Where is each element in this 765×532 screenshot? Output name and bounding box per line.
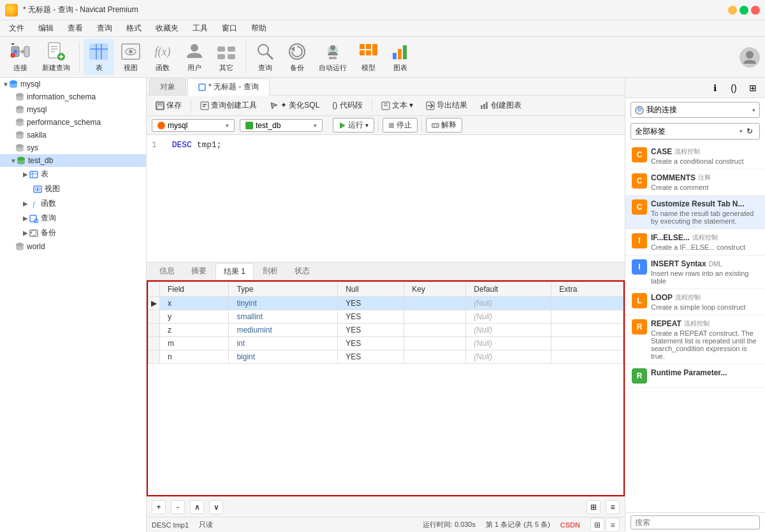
sidebar-item-information-schema[interactable]: information_schema — [0, 90, 146, 103]
toolbar-backup[interactable]: 备份 — [282, 39, 312, 75]
beautify-sql-button[interactable]: ✦ 美化SQL — [266, 99, 323, 112]
snippet-loop[interactable]: L LOOP 流程控制 Create a simple loop constru… — [625, 289, 765, 315]
explain-button[interactable]: 解释 — [426, 118, 462, 133]
menu-help[interactable]: 帮助 — [245, 22, 273, 35]
table-row[interactable]: n bigint YES (Null) — [149, 350, 623, 364]
table-row[interactable]: y smallint YES (Null) — [149, 310, 623, 324]
toolbar-query[interactable]: 查询 — [250, 39, 280, 75]
close-button[interactable] — [751, 6, 760, 15]
right-panel: ℹ () ⊞ 我的连接 ▾ 全部标签 ▾ ↻ C — [625, 78, 765, 532]
tab-status[interactable]: 状态 — [287, 263, 317, 279]
menu-file[interactable]: 文件 — [3, 22, 31, 35]
toolbar-user[interactable]: 用户 — [179, 39, 210, 75]
table-view-icon[interactable]: ⊞ — [746, 81, 760, 95]
menu-query[interactable]: 查询 — [91, 22, 119, 35]
menu-tools[interactable]: 工具 — [186, 22, 214, 35]
sidebar-world-label: world — [27, 242, 45, 251]
cell-field-4: m — [160, 337, 229, 350]
menu-window[interactable]: 窗口 — [215, 22, 244, 35]
table-row[interactable]: z mediumint YES (Null) — [149, 324, 623, 337]
snippet-button[interactable]: () 代码段 — [328, 99, 366, 112]
sidebar-item-test-backup[interactable]: ▶ 备份 — [0, 226, 146, 240]
table-row[interactable]: ▶ x tinyint YES (Null) — [149, 297, 623, 310]
sidebar-item-test-db[interactable]: ▼ test_db — [0, 154, 146, 167]
search-input[interactable] — [630, 515, 760, 529]
tab-profiling[interactable]: 剖析 — [255, 263, 286, 279]
text-button[interactable]: 文本 ▾ — [377, 99, 417, 112]
sidebar-item-mysql-root[interactable]: ▼ mysql — [0, 78, 146, 90]
status-grid-button[interactable]: ⊞ — [590, 518, 604, 532]
sidebar-item-test-table[interactable]: ▶ 表 — [0, 167, 146, 182]
stop-button[interactable]: 停止 — [382, 118, 418, 133]
auto-run-icon — [323, 41, 343, 62]
menu-edit[interactable]: 编辑 — [32, 22, 60, 35]
sidebar-item-world[interactable]: world — [0, 240, 146, 253]
svg-rect-64 — [201, 102, 208, 110]
svg-line-56 — [38, 222, 38, 223]
toolbar-chart[interactable]: 图表 — [385, 39, 416, 75]
delete-row-button[interactable]: - — [171, 500, 185, 514]
tab-info[interactable]: 信息 — [152, 263, 182, 279]
table-selector[interactable]: test_db ▾ — [240, 119, 323, 132]
svg-rect-31 — [329, 57, 337, 59]
sidebar-item-performance-schema[interactable]: performance_schema — [0, 116, 146, 129]
snippet-customize[interactable]: C Customize Result Tab N... To name the … — [625, 196, 765, 229]
menu-format[interactable]: 格式 — [120, 22, 148, 35]
db-selector[interactable]: mysql ▾ — [152, 119, 235, 132]
snippet-comments-tag: 注释 — [698, 173, 711, 182]
sidebar-item-test-func[interactable]: ▶ f 函数 — [0, 196, 146, 211]
grid-view-button[interactable]: ⊞ — [586, 500, 601, 514]
snippet-ifelse[interactable]: I IF...ELSE... 流程控制 Create a IF...ELSE..… — [625, 229, 765, 255]
tab-query[interactable]: * 无标题 - 查询 — [187, 78, 270, 96]
all-tags-dropdown[interactable]: 全部标签 ▾ ↻ — [630, 123, 760, 140]
toolbar-other[interactable]: 其它 — [211, 39, 242, 75]
info-icon[interactable]: ℹ — [708, 81, 722, 95]
menu-view[interactable]: 查看 — [61, 22, 89, 35]
down-button[interactable]: ∨ — [209, 500, 223, 514]
up-button[interactable]: ∧ — [190, 500, 204, 514]
refresh-icon[interactable]: ↻ — [744, 126, 755, 137]
snippet-runtime[interactable]: R Runtime Parameter... — [625, 364, 765, 388]
table-row[interactable]: m int YES (Null) — [149, 337, 623, 350]
menu-favorites[interactable]: 收藏夹 — [149, 22, 185, 35]
sidebar-item-mysql-db[interactable]: mysql — [0, 103, 146, 116]
code-icon[interactable]: () — [727, 81, 741, 95]
build-query-button[interactable]: 查询创建工具 — [196, 99, 261, 112]
snippet-comments[interactable]: C COMMENTS 注释 Create a comment — [625, 169, 765, 196]
cell-field-2: y — [160, 310, 229, 324]
add-row-button[interactable]: + — [152, 500, 166, 514]
tab-object[interactable]: 对象 — [149, 78, 186, 95]
snippet-repeat[interactable]: R REPEAT 流程控制 Create a REPEAT construct.… — [625, 315, 765, 364]
create-chart-button[interactable]: 创建图表 — [476, 99, 525, 112]
save-button[interactable]: 保存 — [152, 99, 186, 112]
snippet-insert[interactable]: I INSERT Syntax DML Insert new rows into… — [625, 255, 765, 289]
sql-editor[interactable]: 1 DESC tmp1; — [147, 135, 625, 262]
sidebar-item-sys[interactable]: sys — [0, 141, 146, 154]
result-table: Field Type Null Key Default Extra ▶ x ti — [148, 282, 623, 364]
chart-icon — [390, 41, 411, 62]
tab-result1[interactable]: 结果 1 — [215, 263, 254, 280]
toolbar-auto-run[interactable]: 自动运行 — [314, 39, 352, 75]
maximize-button[interactable] — [740, 6, 748, 15]
tab-summary[interactable]: 摘要 — [184, 263, 214, 279]
snippet-customize-icon: C — [632, 199, 647, 215]
my-connection-dropdown[interactable]: 我的连接 ▾ — [630, 102, 760, 118]
toolbar-new-query[interactable]: 新建查询 — [37, 39, 75, 75]
cell-default-4: (Null) — [466, 337, 551, 350]
toolbar-table[interactable]: 表 — [84, 39, 114, 75]
toolbar-model[interactable]: 模型 — [353, 39, 384, 75]
sidebar-test-view-label: 视图 — [45, 183, 60, 194]
sidebar-item-test-query[interactable]: ▶ 查询 — [0, 211, 146, 226]
minimize-button[interactable] — [728, 6, 737, 15]
toolbar-function[interactable]: f(x) 函数 — [147, 39, 178, 75]
sidebar-item-sakila[interactable]: sakila — [0, 129, 146, 141]
snippet-case[interactable]: C CASE 流程控制 Create a conditional constru… — [625, 143, 765, 169]
toolbar-connect[interactable]: 连接 — [5, 39, 36, 75]
form-view-button[interactable]: ≡ — [606, 500, 620, 514]
sidebar-item-test-view[interactable]: 视图 — [0, 182, 146, 196]
status-list-button[interactable]: ≡ — [606, 518, 620, 532]
run-button[interactable]: 运行 ▾ — [333, 118, 374, 133]
export-result-button[interactable]: 导出结果 — [422, 99, 471, 112]
toolbar-view[interactable]: 视图 — [115, 39, 146, 75]
export-result-label: 导出结果 — [437, 100, 467, 111]
